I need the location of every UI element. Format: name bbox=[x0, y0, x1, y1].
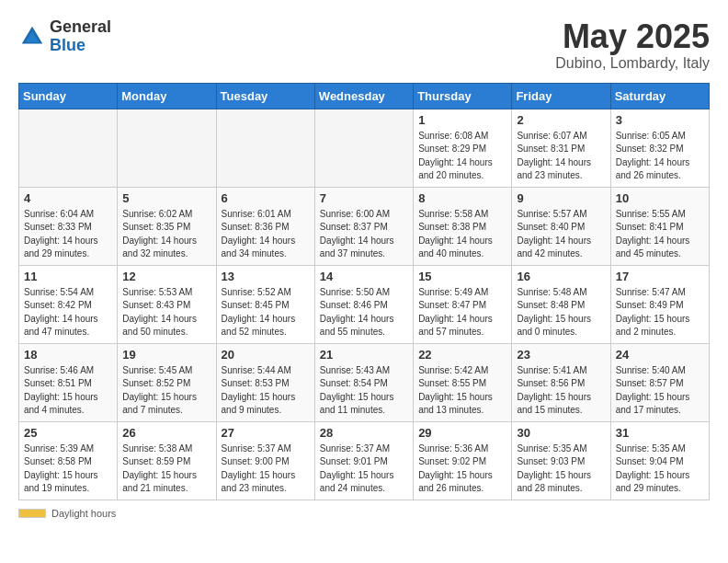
day-info: Sunrise: 5:41 AM Sunset: 8:56 PM Dayligh… bbox=[517, 364, 605, 418]
day-number: 31 bbox=[616, 426, 704, 440]
weekday-header-row: SundayMondayTuesdayWednesdayThursdayFrid… bbox=[19, 83, 710, 109]
calendar-cell: 6Sunrise: 6:01 AM Sunset: 8:36 PM Daylig… bbox=[216, 187, 314, 265]
calendar: SundayMondayTuesdayWednesdayThursdayFrid… bbox=[18, 83, 710, 500]
calendar-cell: 8Sunrise: 5:58 AM Sunset: 8:38 PM Daylig… bbox=[414, 187, 512, 265]
day-number: 30 bbox=[517, 426, 605, 440]
calendar-cell: 9Sunrise: 5:57 AM Sunset: 8:40 PM Daylig… bbox=[512, 187, 610, 265]
logo-text: General Blue bbox=[50, 18, 111, 55]
calendar-cell: 16Sunrise: 5:48 AM Sunset: 8:48 PM Dayli… bbox=[512, 265, 610, 343]
footer: Daylight hours bbox=[18, 508, 710, 519]
day-info: Sunrise: 5:48 AM Sunset: 8:48 PM Dayligh… bbox=[517, 286, 605, 339]
calendar-week-3: 11Sunrise: 5:54 AM Sunset: 8:42 PM Dayli… bbox=[19, 265, 710, 343]
day-info: Sunrise: 5:35 AM Sunset: 9:03 PM Dayligh… bbox=[517, 442, 605, 496]
daylight-bar-icon bbox=[18, 509, 46, 518]
calendar-cell: 26Sunrise: 5:38 AM Sunset: 8:59 PM Dayli… bbox=[118, 421, 216, 500]
calendar-cell: 24Sunrise: 5:40 AM Sunset: 8:57 PM Dayli… bbox=[610, 343, 709, 421]
day-info: Sunrise: 6:01 AM Sunset: 8:36 PM Dayligh… bbox=[222, 208, 310, 261]
day-info: Sunrise: 6:02 AM Sunset: 8:35 PM Dayligh… bbox=[122, 208, 210, 261]
weekday-header-wednesday: Wednesday bbox=[314, 83, 413, 109]
day-info: Sunrise: 5:46 AM Sunset: 8:51 PM Dayligh… bbox=[24, 364, 112, 418]
calendar-cell: 22Sunrise: 5:42 AM Sunset: 8:55 PM Dayli… bbox=[414, 343, 512, 421]
day-info: Sunrise: 5:54 AM Sunset: 8:42 PM Dayligh… bbox=[24, 286, 112, 339]
day-number: 24 bbox=[616, 348, 704, 362]
day-number: 17 bbox=[616, 270, 704, 283]
day-info: Sunrise: 5:44 AM Sunset: 8:53 PM Dayligh… bbox=[222, 364, 310, 418]
calendar-cell: 21Sunrise: 5:43 AM Sunset: 8:54 PM Dayli… bbox=[314, 343, 413, 421]
day-number: 28 bbox=[320, 426, 408, 440]
weekday-header-saturday: Saturday bbox=[610, 83, 709, 109]
day-info: Sunrise: 6:07 AM Sunset: 8:31 PM Dayligh… bbox=[517, 130, 605, 183]
day-number: 5 bbox=[122, 191, 210, 205]
day-info: Sunrise: 5:42 AM Sunset: 8:55 PM Dayligh… bbox=[418, 364, 506, 418]
day-number: 9 bbox=[517, 191, 605, 205]
day-info: Sunrise: 5:52 AM Sunset: 8:45 PM Dayligh… bbox=[222, 286, 310, 339]
weekday-header-sunday: Sunday bbox=[19, 83, 118, 109]
calendar-cell: 4Sunrise: 6:04 AM Sunset: 8:33 PM Daylig… bbox=[19, 187, 118, 265]
day-number: 1 bbox=[418, 113, 506, 127]
day-number: 8 bbox=[418, 191, 506, 205]
day-number: 26 bbox=[122, 426, 210, 440]
calendar-cell bbox=[19, 109, 118, 187]
day-number: 15 bbox=[418, 270, 506, 283]
day-number: 19 bbox=[122, 348, 210, 362]
day-number: 18 bbox=[24, 348, 112, 362]
day-number: 27 bbox=[222, 426, 310, 440]
calendar-week-1: 1Sunrise: 6:08 AM Sunset: 8:29 PM Daylig… bbox=[19, 109, 710, 187]
day-number: 3 bbox=[616, 113, 704, 127]
day-info: Sunrise: 5:37 AM Sunset: 9:00 PM Dayligh… bbox=[222, 442, 310, 496]
day-info: Sunrise: 5:53 AM Sunset: 8:43 PM Dayligh… bbox=[122, 286, 210, 339]
day-number: 25 bbox=[24, 426, 112, 440]
footer-inner: Daylight hours bbox=[18, 508, 710, 519]
day-number: 7 bbox=[320, 191, 408, 205]
day-info: Sunrise: 5:37 AM Sunset: 9:01 PM Dayligh… bbox=[320, 442, 408, 496]
day-info: Sunrise: 6:00 AM Sunset: 8:37 PM Dayligh… bbox=[320, 208, 408, 261]
calendar-cell: 23Sunrise: 5:41 AM Sunset: 8:56 PM Dayli… bbox=[512, 343, 610, 421]
day-info: Sunrise: 5:57 AM Sunset: 8:40 PM Dayligh… bbox=[517, 208, 605, 261]
calendar-cell: 10Sunrise: 5:55 AM Sunset: 8:41 PM Dayli… bbox=[610, 187, 709, 265]
day-info: Sunrise: 6:08 AM Sunset: 8:29 PM Dayligh… bbox=[418, 130, 506, 183]
calendar-cell bbox=[118, 109, 216, 187]
day-info: Sunrise: 5:50 AM Sunset: 8:46 PM Dayligh… bbox=[320, 286, 408, 339]
calendar-cell: 30Sunrise: 5:35 AM Sunset: 9:03 PM Dayli… bbox=[512, 421, 610, 500]
calendar-cell: 19Sunrise: 5:45 AM Sunset: 8:52 PM Dayli… bbox=[118, 343, 216, 421]
location: Dubino, Lombardy, Italy bbox=[555, 55, 710, 72]
calendar-cell: 20Sunrise: 5:44 AM Sunset: 8:53 PM Dayli… bbox=[216, 343, 314, 421]
calendar-cell: 14Sunrise: 5:50 AM Sunset: 8:46 PM Dayli… bbox=[314, 265, 413, 343]
calendar-body: 1Sunrise: 6:08 AM Sunset: 8:29 PM Daylig… bbox=[19, 109, 710, 500]
calendar-cell: 12Sunrise: 5:53 AM Sunset: 8:43 PM Dayli… bbox=[118, 265, 216, 343]
weekday-header-tuesday: Tuesday bbox=[216, 83, 314, 109]
day-info: Sunrise: 5:58 AM Sunset: 8:38 PM Dayligh… bbox=[418, 208, 506, 261]
day-info: Sunrise: 5:55 AM Sunset: 8:41 PM Dayligh… bbox=[616, 208, 704, 261]
day-number: 4 bbox=[24, 191, 112, 205]
logo-blue: Blue bbox=[50, 37, 111, 55]
calendar-cell: 18Sunrise: 5:46 AM Sunset: 8:51 PM Dayli… bbox=[19, 343, 118, 421]
day-number: 29 bbox=[418, 426, 506, 440]
calendar-cell: 11Sunrise: 5:54 AM Sunset: 8:42 PM Dayli… bbox=[19, 265, 118, 343]
day-info: Sunrise: 5:43 AM Sunset: 8:54 PM Dayligh… bbox=[320, 364, 408, 418]
day-number: 16 bbox=[517, 270, 605, 283]
calendar-cell: 7Sunrise: 6:00 AM Sunset: 8:37 PM Daylig… bbox=[314, 187, 413, 265]
day-info: Sunrise: 5:47 AM Sunset: 8:49 PM Dayligh… bbox=[616, 286, 704, 339]
calendar-cell: 1Sunrise: 6:08 AM Sunset: 8:29 PM Daylig… bbox=[414, 109, 512, 187]
day-number: 14 bbox=[320, 270, 408, 283]
calendar-cell: 27Sunrise: 5:37 AM Sunset: 9:00 PM Dayli… bbox=[216, 421, 314, 500]
day-info: Sunrise: 5:39 AM Sunset: 8:58 PM Dayligh… bbox=[24, 442, 112, 496]
day-number: 10 bbox=[616, 191, 704, 205]
calendar-week-5: 25Sunrise: 5:39 AM Sunset: 8:58 PM Dayli… bbox=[19, 421, 710, 500]
day-number: 6 bbox=[222, 191, 310, 205]
calendar-cell: 29Sunrise: 5:36 AM Sunset: 9:02 PM Dayli… bbox=[414, 421, 512, 500]
calendar-cell bbox=[216, 109, 314, 187]
day-number: 2 bbox=[517, 113, 605, 127]
day-info: Sunrise: 5:49 AM Sunset: 8:47 PM Dayligh… bbox=[418, 286, 506, 339]
calendar-cell: 17Sunrise: 5:47 AM Sunset: 8:49 PM Dayli… bbox=[610, 265, 709, 343]
day-number: 12 bbox=[122, 270, 210, 283]
calendar-cell: 28Sunrise: 5:37 AM Sunset: 9:01 PM Dayli… bbox=[314, 421, 413, 500]
title-block: May 2025 Dubino, Lombardy, Italy bbox=[555, 18, 710, 72]
day-info: Sunrise: 5:35 AM Sunset: 9:04 PM Dayligh… bbox=[616, 442, 704, 496]
day-number: 20 bbox=[222, 348, 310, 362]
calendar-cell: 3Sunrise: 6:05 AM Sunset: 8:32 PM Daylig… bbox=[610, 109, 709, 187]
calendar-cell: 31Sunrise: 5:35 AM Sunset: 9:04 PM Dayli… bbox=[610, 421, 709, 500]
calendar-cell: 25Sunrise: 5:39 AM Sunset: 8:58 PM Dayli… bbox=[19, 421, 118, 500]
day-number: 21 bbox=[320, 348, 408, 362]
day-number: 13 bbox=[222, 270, 310, 283]
